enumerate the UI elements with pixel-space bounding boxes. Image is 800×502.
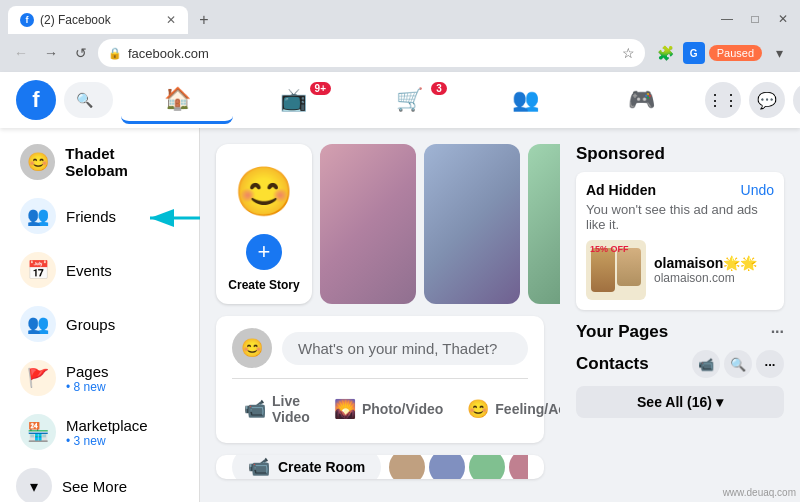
create-room-button[interactable]: 📹 Create Room xyxy=(232,455,381,479)
search-box[interactable]: 🔍 xyxy=(64,82,113,118)
extensions-button[interactable]: 🧩 xyxy=(653,40,679,66)
room-label: Create Room xyxy=(278,459,365,475)
create-story-label: Create Story xyxy=(228,278,299,292)
sidebar-item-events[interactable]: 📅 Events xyxy=(4,244,195,296)
room-contact-avatars: › xyxy=(389,455,528,479)
back-button[interactable]: ← xyxy=(8,40,34,66)
video-badge: 9+ xyxy=(310,82,331,95)
photo-video-button[interactable]: 🌄 Photo/Video xyxy=(322,392,455,426)
your-pages-more-button[interactable]: ··· xyxy=(771,323,784,341)
photo-icon: 🌄 xyxy=(334,398,356,420)
sidebar-item-groups[interactable]: 👥 Groups xyxy=(4,298,195,350)
notifications-button[interactable]: 🔔 2 xyxy=(793,82,800,118)
maximize-button[interactable]: □ xyxy=(742,6,768,32)
tab-title: (2) Facebook xyxy=(40,13,160,27)
ad-product-figures xyxy=(591,248,641,292)
see-all-label: See All (16) xyxy=(637,394,712,410)
story-3[interactable] xyxy=(528,144,560,304)
contacts-actions: 📹 🔍 ··· xyxy=(692,350,784,378)
username-label: Thadet Selobam xyxy=(65,145,179,179)
story-add-button[interactable]: + xyxy=(246,234,282,270)
pages-label: Pages xyxy=(66,363,109,380)
contacts-video-button[interactable]: 📹 xyxy=(692,350,720,378)
tab-close-btn[interactable]: ✕ xyxy=(166,13,176,27)
left-sidebar: 😊 Thadet Selobam 👥 Friends 📅 Events 👥 Gr… xyxy=(0,128,200,502)
friends-label: Friends xyxy=(66,208,116,225)
see-all-chevron: ▾ xyxy=(716,394,723,410)
minimize-button[interactable]: — xyxy=(714,6,740,32)
story-1[interactable] xyxy=(320,144,416,304)
marketplace-label: Marketplace xyxy=(66,417,148,434)
browser-tab[interactable]: f (2) Facebook ✕ xyxy=(8,6,188,34)
close-button[interactable]: ✕ xyxy=(770,6,796,32)
story-3-bg xyxy=(528,144,560,304)
pages-sublabel: • 8 new xyxy=(66,380,109,394)
live-video-button[interactable]: 📹 Live Video xyxy=(232,387,322,431)
story-emoji: 😊 xyxy=(234,164,294,220)
your-pages-header: Your Pages xyxy=(576,322,668,342)
post-user-avatar: 😊 xyxy=(232,328,272,368)
shop-icon: 🛒 xyxy=(396,87,423,113)
home-icon: 🏠 xyxy=(164,86,191,112)
post-input-row: 😊 What's on your mind, Thadet? xyxy=(232,328,528,368)
sidebar-item-pages[interactable]: 🚩 Pages • 8 new xyxy=(4,352,195,404)
nav-video[interactable]: 📺 9+ xyxy=(237,76,349,124)
ad-discount-badge: 15% OFF xyxy=(590,244,629,254)
address-bar[interactable]: 🔒 facebook.com ☆ xyxy=(98,39,645,67)
messenger-button[interactable]: 💬 xyxy=(749,82,785,118)
create-story-card[interactable]: 😊 + Create Story xyxy=(216,144,312,304)
refresh-button[interactable]: ↺ xyxy=(68,40,94,66)
search-icon: 🔍 xyxy=(76,92,93,108)
ad-figure-1 xyxy=(591,248,615,292)
sidebar-profile-link[interactable]: 😊 Thadet Selobam xyxy=(4,136,195,188)
nav-marketplace[interactable]: 🛒 3 xyxy=(353,76,465,124)
see-more-label: See More xyxy=(62,478,127,495)
post-composer: 😊 What's on your mind, Thadet? 📹 Live Vi… xyxy=(216,316,544,443)
feeling-button[interactable]: 😊 Feeling/Activity xyxy=(455,392,560,426)
right-sidebar: Sponsored Ad Hidden Undo You won't see t… xyxy=(560,128,800,502)
room-video-icon: 📹 xyxy=(248,456,270,478)
see-more-button[interactable]: ▾ See More xyxy=(0,460,199,502)
ad-hidden-label: Ad Hidden xyxy=(586,182,656,198)
feeling-icon: 😊 xyxy=(467,398,489,420)
ad-undo-button[interactable]: Undo xyxy=(741,182,774,198)
grid-icon: ⋮⋮ xyxy=(707,91,739,110)
story-2-bg xyxy=(424,144,520,304)
url-text: facebook.com xyxy=(128,46,616,61)
nav-gaming[interactable]: 🎮 xyxy=(585,76,697,124)
nav-people[interactable]: 👥 xyxy=(469,76,581,124)
post-actions-row: 📹 Live Video 🌄 Photo/Video 😊 Feeling/Act… xyxy=(232,387,528,431)
watermark: www.deuaq.com xyxy=(723,487,796,498)
your-pages-section: Your Pages ··· xyxy=(576,322,784,342)
stories-row: 😊 + Create Story › xyxy=(216,144,544,304)
ad-product-info: 15% OFF olamaison🌟🌟 olamaison.com xyxy=(586,240,774,300)
story-2[interactable] xyxy=(424,144,520,304)
paused-badge: Paused xyxy=(709,45,762,61)
live-icon: 📹 xyxy=(244,398,266,420)
contacts-more-button[interactable]: ··· xyxy=(756,350,784,378)
bookmark-icon[interactable]: ☆ xyxy=(622,45,635,61)
forward-button[interactable]: → xyxy=(38,40,64,66)
new-tab-button[interactable]: + xyxy=(192,8,216,32)
people-icon: 👥 xyxy=(512,87,539,113)
see-more-icon: ▾ xyxy=(16,468,52,502)
messenger-icon: 💬 xyxy=(757,91,777,110)
header-actions: ⋮⋮ 💬 🔔 2 ▾ xyxy=(705,82,800,118)
extension-g-icon[interactable]: G xyxy=(683,42,705,64)
post-placeholder-input[interactable]: What's on your mind, Thadet? xyxy=(282,332,528,365)
sidebar-item-friends[interactable]: 👥 Friends xyxy=(4,190,195,242)
grid-menu-button[interactable]: ⋮⋮ xyxy=(705,82,741,118)
contacts-search-button[interactable]: 🔍 xyxy=(724,350,752,378)
marketplace-sublabel: • 3 new xyxy=(66,434,148,448)
facebook-logo[interactable]: f xyxy=(16,80,56,120)
sidebar-item-marketplace[interactable]: 🏪 Marketplace • 3 new xyxy=(4,406,195,458)
contact-avatar-1 xyxy=(389,455,425,479)
see-all-contacts-button[interactable]: See All (16) ▾ xyxy=(576,386,784,418)
pages-icon: 🚩 xyxy=(20,360,56,396)
news-feed: 😊 + Create Story › 😊 xyxy=(200,128,560,502)
nav-home[interactable]: 🏠 xyxy=(121,76,233,124)
profile-chevron[interactable]: ▾ xyxy=(766,40,792,66)
groups-icon: 👥 xyxy=(20,306,56,342)
friends-icon: 👥 xyxy=(20,198,56,234)
events-icon: 📅 xyxy=(20,252,56,288)
